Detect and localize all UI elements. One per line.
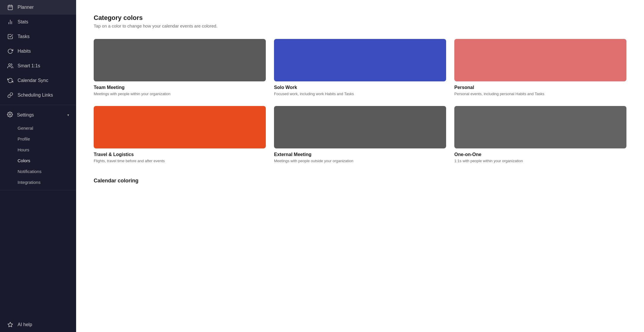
- color-card-external-meeting-desc: Meetings with people outside your organi…: [274, 158, 446, 164]
- sidebar-divider-2: [0, 190, 76, 190]
- settings-sub-item-general[interactable]: General: [0, 123, 76, 134]
- color-card-solo-work[interactable]: Solo Work Focused work, including work H…: [274, 39, 446, 97]
- svg-marker-9: [8, 322, 13, 327]
- users-icon: [7, 63, 13, 69]
- refresh-icon: [7, 48, 13, 54]
- settings-chevron-icon: ▾: [67, 113, 69, 117]
- settings-sub-item-hours[interactable]: Hours: [0, 144, 76, 155]
- sidebar-item-calendar-sync[interactable]: Calendar Sync: [0, 73, 76, 88]
- sidebar-item-habits-label: Habits: [18, 49, 31, 54]
- settings-icon: [7, 112, 13, 119]
- svg-point-8: [9, 114, 11, 115]
- color-card-solo-work-desc: Focused work, including work Habits and …: [274, 91, 446, 97]
- settings-group: Settings ▾ General Profile Hours Colors …: [0, 107, 76, 188]
- color-card-one-on-one-desc: 1:1s with people within your organizatio…: [454, 158, 626, 164]
- settings-sub-item-notifications[interactable]: Notifications: [0, 166, 76, 177]
- color-swatch-external-meeting: [274, 106, 446, 148]
- color-card-personal-desc: Personal events, including personal Habi…: [454, 91, 626, 97]
- color-card-team-meeting-title: Team Meeting: [94, 85, 266, 90]
- sparkle-icon: [7, 321, 13, 328]
- bar-chart-icon: [7, 19, 13, 25]
- sidebar-item-tasks-label: Tasks: [18, 34, 30, 39]
- sidebar-item-scheduling-links[interactable]: Scheduling Links: [0, 88, 76, 102]
- color-card-external-meeting[interactable]: External Meeting Meetings with people ou…: [274, 106, 446, 164]
- color-card-travel-logistics-desc: Flights, travel time before and after ev…: [94, 158, 266, 164]
- sidebar-item-tasks[interactable]: Tasks: [0, 29, 76, 44]
- link-icon: [7, 92, 13, 98]
- settings-sub-items: General Profile Hours Colors Notificatio…: [0, 123, 76, 188]
- sidebar-item-stats-label: Stats: [18, 19, 28, 25]
- settings-sub-item-integrations[interactable]: Integrations: [0, 177, 76, 188]
- color-swatch-one-on-one: [454, 106, 626, 148]
- sidebar-item-ai-help-label: AI help: [18, 322, 32, 327]
- page-title: Category colors: [94, 14, 626, 22]
- sidebar-divider: [0, 105, 76, 105]
- color-cards-grid: Team Meeting Meetings with people within…: [94, 39, 626, 164]
- calendar-icon: [7, 4, 13, 11]
- color-card-personal[interactable]: Personal Personal events, including pers…: [454, 39, 626, 97]
- check-square-icon: [7, 33, 13, 40]
- color-card-one-on-one[interactable]: One-on-One 1:1s with people within your …: [454, 106, 626, 164]
- page-subtitle: Tap on a color to change how your calend…: [94, 23, 626, 28]
- svg-rect-0: [8, 5, 13, 10]
- sidebar-item-ai-help[interactable]: AI help: [0, 317, 76, 332]
- sidebar-item-scheduling-links-label: Scheduling Links: [18, 93, 53, 98]
- color-swatch-travel-logistics: [94, 106, 266, 148]
- sidebar-item-planner-label: Planner: [18, 5, 34, 10]
- color-card-team-meeting-desc: Meetings with people within your organiz…: [94, 91, 266, 97]
- sidebar-item-smart-1-1s-label: Smart 1:1s: [18, 63, 40, 69]
- color-swatch-personal: [454, 39, 626, 81]
- sync-icon: [7, 77, 13, 84]
- calendar-coloring-title: Calendar coloring: [94, 178, 626, 184]
- color-swatch-team-meeting: [94, 39, 266, 81]
- svg-point-7: [8, 64, 11, 66]
- color-card-solo-work-title: Solo Work: [274, 85, 446, 90]
- color-swatch-solo-work: [274, 39, 446, 81]
- sidebar: Planner Stats Tasks Habits: [0, 0, 76, 332]
- color-card-personal-title: Personal: [454, 85, 626, 90]
- color-card-travel-logistics[interactable]: Travel & Logistics Flights, travel time …: [94, 106, 266, 164]
- settings-label: Settings: [17, 112, 63, 118]
- sidebar-item-planner[interactable]: Planner: [0, 0, 76, 15]
- color-card-external-meeting-title: External Meeting: [274, 152, 446, 157]
- color-card-team-meeting[interactable]: Team Meeting Meetings with people within…: [94, 39, 266, 97]
- main-content: Category colors Tap on a color to change…: [76, 0, 644, 332]
- color-card-one-on-one-title: One-on-One: [454, 152, 626, 157]
- sidebar-item-stats[interactable]: Stats: [0, 15, 76, 29]
- settings-header[interactable]: Settings ▾: [0, 107, 76, 123]
- settings-sub-item-profile[interactable]: Profile: [0, 134, 76, 144]
- sidebar-item-habits[interactable]: Habits: [0, 44, 76, 59]
- settings-sub-item-colors[interactable]: Colors: [0, 155, 76, 166]
- color-card-travel-logistics-title: Travel & Logistics: [94, 152, 266, 157]
- sidebar-item-smart-1-1s[interactable]: Smart 1:1s: [0, 59, 76, 73]
- sidebar-item-calendar-sync-label: Calendar Sync: [18, 78, 48, 83]
